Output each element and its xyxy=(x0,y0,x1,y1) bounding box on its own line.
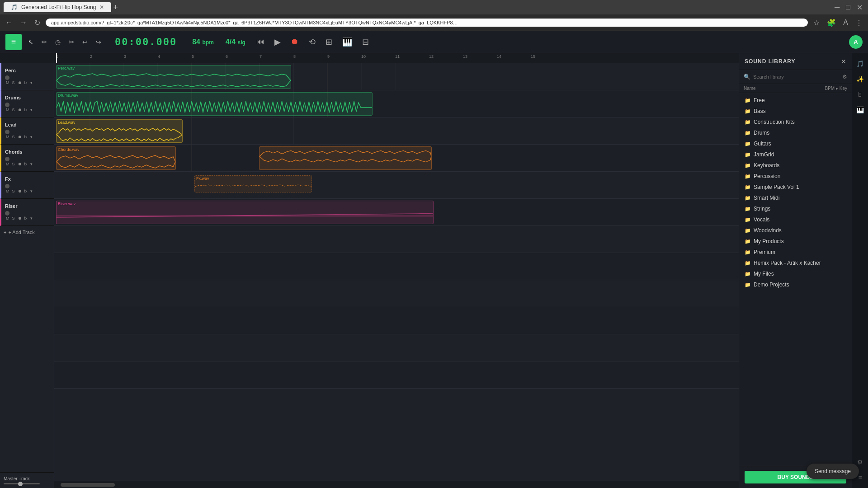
library-item-construction-kits[interactable]: 📁Construction Kits xyxy=(739,117,852,127)
sidebar-piano-icon[interactable]: 🎹 xyxy=(854,103,867,117)
maximize-button[interactable]: □ xyxy=(844,2,852,12)
library-item-jamgrid[interactable]: 📁JamGrid xyxy=(739,149,852,160)
track-fx-perc[interactable]: fx xyxy=(24,80,28,85)
clip-riser[interactable]: Riser.wav xyxy=(56,201,434,224)
clip-drums[interactable]: Drums.wav xyxy=(56,92,373,116)
track-rec-fx[interactable]: ⏺ xyxy=(17,188,23,194)
minimize-button[interactable]: ─ xyxy=(833,2,841,12)
library-item-remix-pack---artik-x-kacher[interactable]: 📁Remix Pack - Artik x Kacher xyxy=(739,258,852,268)
track-down-drums[interactable]: ▾ xyxy=(29,107,33,113)
track-down-chords[interactable]: ▾ xyxy=(29,161,33,167)
track-fx-fx[interactable]: fx xyxy=(24,188,28,194)
clip-chords-2[interactable] xyxy=(259,146,432,170)
master-fader[interactable] xyxy=(4,483,40,484)
play-button[interactable]: ▶ xyxy=(272,35,283,49)
library-item-keyboards[interactable]: 📁Keyboards xyxy=(739,160,852,171)
library-item-smart-midi[interactable]: 📁Smart Midi xyxy=(739,192,852,203)
library-item-percussion[interactable]: 📁Percussion xyxy=(739,171,852,182)
track-volume-drums[interactable] xyxy=(5,103,9,107)
sidebar-mixer-icon[interactable]: 🎚 xyxy=(854,88,867,101)
library-item-my-files[interactable]: 📁My Files xyxy=(739,268,852,279)
track-volume-riser[interactable] xyxy=(5,211,9,216)
main-menu-button[interactable]: ≡ xyxy=(5,34,22,50)
ruler[interactable]: 1 2 3 4 5 6 7 8 9 10 11 12 13 14 15 xyxy=(54,53,739,63)
track-volume-perc[interactable] xyxy=(5,75,9,80)
library-item-strings[interactable]: 📁Strings xyxy=(739,203,852,214)
clip-fx[interactable]: Fx.wav xyxy=(194,175,312,192)
track-down-fx[interactable]: ▾ xyxy=(29,188,33,194)
select-tool-button[interactable]: ↖ xyxy=(26,37,35,47)
library-item-my-products[interactable]: 📁My Products xyxy=(739,236,852,247)
track-solo-perc[interactable]: S xyxy=(11,80,16,85)
skip-back-button[interactable]: ⏮ xyxy=(254,35,267,48)
track-down-riser[interactable]: ▾ xyxy=(29,216,33,221)
track-fx-lead[interactable]: fx xyxy=(24,134,28,140)
master-fader-thumb[interactable] xyxy=(18,482,23,486)
track-mute-riser[interactable]: M xyxy=(5,216,10,221)
record-button[interactable]: ⏺ xyxy=(288,35,302,48)
clock-tool-button[interactable]: ◷ xyxy=(53,37,62,47)
profile-button[interactable]: A xyxy=(841,18,850,28)
horizontal-scrollbar[interactable] xyxy=(54,481,739,488)
add-track-button[interactable]: + + Add Track xyxy=(0,226,54,239)
send-message-button[interactable]: Send message xyxy=(807,464,859,479)
track-volume-fx[interactable] xyxy=(5,184,9,188)
track-mute-perc[interactable]: M xyxy=(5,80,10,85)
sidebar-effects-icon[interactable]: ✨ xyxy=(854,72,867,86)
track-volume-chords[interactable] xyxy=(5,157,9,161)
track-down-lead[interactable]: ▾ xyxy=(29,134,33,140)
scissors-tool-button[interactable]: ✂ xyxy=(67,37,76,47)
track-rec-chords[interactable]: ⏺ xyxy=(17,161,23,167)
library-item-vocals[interactable]: 📁Vocals xyxy=(739,214,852,225)
close-window-button[interactable]: ✕ xyxy=(855,2,864,13)
midi-button[interactable]: 🎹 xyxy=(340,35,355,49)
library-item-guitars[interactable]: 📁Guitars xyxy=(739,138,852,149)
track-mute-lead[interactable]: M xyxy=(5,134,10,140)
track-solo-lead[interactable]: S xyxy=(11,134,16,140)
back-button[interactable]: ← xyxy=(4,18,14,28)
mix-button[interactable]: ⊞ xyxy=(323,35,335,49)
active-tab[interactable]: 🎵 Generated Lo-Fi Hip Hop Song ✕ xyxy=(4,2,111,12)
track-solo-chords[interactable]: S xyxy=(11,161,16,167)
tracks-canvas[interactable]: Perc.wav xyxy=(54,63,739,481)
clip-chords-1[interactable]: Chords.wav xyxy=(56,146,176,170)
extensions-button[interactable]: 🧩 xyxy=(825,18,838,28)
library-item-premium[interactable]: 📁Premium xyxy=(739,247,852,258)
library-close-button[interactable]: ✕ xyxy=(841,58,846,65)
track-rec-riser[interactable]: ⏺ xyxy=(17,216,23,221)
library-item-sample-pack-vol-1[interactable]: 📁Sample Pack Vol 1 xyxy=(739,182,852,192)
filter-icon[interactable]: ⚙ xyxy=(842,74,847,80)
track-mute-fx[interactable]: M xyxy=(5,188,10,194)
track-mute-drums[interactable]: M xyxy=(5,107,10,113)
profile-avatar[interactable]: A xyxy=(849,35,863,49)
forward-button[interactable]: → xyxy=(18,18,29,28)
sidebar-library-icon[interactable]: 🎵 xyxy=(854,57,867,70)
track-solo-fx[interactable]: S xyxy=(11,188,16,194)
track-solo-drums[interactable]: S xyxy=(11,107,16,113)
track-volume-lead[interactable] xyxy=(5,130,9,134)
track-mute-chords[interactable]: M xyxy=(5,161,10,167)
track-rec-drums[interactable]: ⏺ xyxy=(17,107,23,113)
library-item-drums[interactable]: 📁Drums xyxy=(739,127,852,138)
library-item-demo-projects[interactable]: 📁Demo Projects xyxy=(739,279,852,290)
hscroll-thumb[interactable] xyxy=(61,483,115,487)
library-search-input[interactable] xyxy=(753,74,840,80)
track-fx-drums[interactable]: fx xyxy=(24,107,28,113)
track-solo-riser[interactable]: S xyxy=(11,216,16,221)
pencil-tool-button[interactable]: ✏ xyxy=(40,37,49,47)
library-item-bass[interactable]: 📁Bass xyxy=(739,106,852,117)
redo-button[interactable]: ↪ xyxy=(94,37,103,47)
playhead[interactable] xyxy=(56,53,57,63)
new-tab-button[interactable]: + xyxy=(113,3,118,12)
track-down-perc[interactable]: ▾ xyxy=(29,80,33,85)
library-item-woodwinds[interactable]: 📁Woodwinds xyxy=(739,225,852,236)
library-item-free[interactable]: 📁Free xyxy=(739,95,852,106)
clip-lead[interactable]: Lead.wav xyxy=(56,119,183,143)
clip-perc[interactable]: Perc.wav xyxy=(56,65,291,89)
bookmark-button[interactable]: ☆ xyxy=(811,18,821,28)
address-bar[interactable]: app.ampedstudio.com/?_gl=1*zkt20c*_ga*MT… xyxy=(46,19,808,27)
undo-button[interactable]: ↩ xyxy=(80,37,90,47)
track-rec-lead[interactable]: ⏺ xyxy=(17,134,23,140)
refresh-button[interactable]: ↻ xyxy=(33,18,42,28)
menu-button[interactable]: ⋮ xyxy=(854,18,864,28)
